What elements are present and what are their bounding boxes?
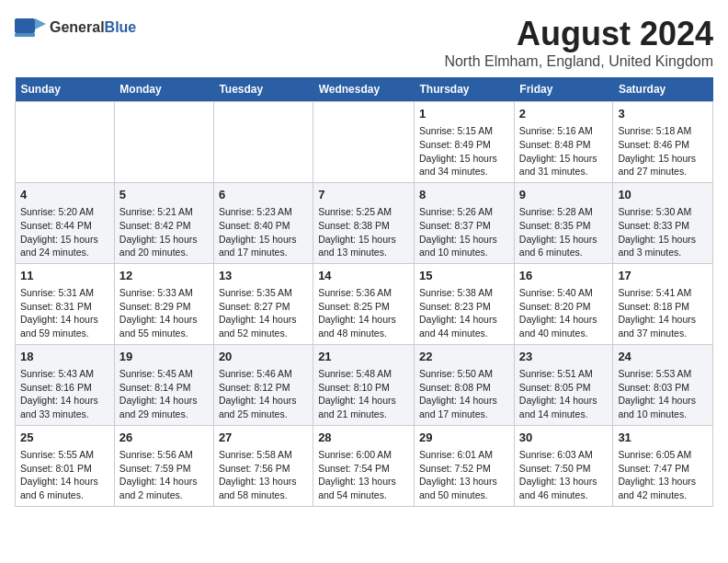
calendar-cell: 22Sunrise: 5:50 AM Sunset: 8:08 PM Dayli…	[415, 344, 515, 425]
logo: GeneralBlue	[15, 15, 136, 40]
day-info: Sunrise: 5:50 AM Sunset: 8:08 PM Dayligh…	[419, 367, 509, 421]
header: GeneralBlue August 2024 North Elmham, En…	[15, 15, 713, 70]
logo-blue-text: Blue	[105, 19, 137, 35]
svg-rect-2	[15, 33, 35, 37]
calendar-cell: 28Sunrise: 6:00 AM Sunset: 7:54 PM Dayli…	[313, 425, 415, 506]
weekday-header-thursday: Thursday	[415, 77, 515, 102]
day-number: 28	[318, 430, 409, 446]
weekday-header-sunday: Sunday	[16, 77, 115, 102]
day-info: Sunrise: 5:36 AM Sunset: 8:25 PM Dayligh…	[318, 286, 409, 340]
calendar-cell: 1Sunrise: 5:15 AM Sunset: 8:49 PM Daylig…	[415, 102, 515, 183]
calendar-cell: 11Sunrise: 5:31 AM Sunset: 8:31 PM Dayli…	[16, 263, 115, 344]
day-info: Sunrise: 5:43 AM Sunset: 8:16 PM Dayligh…	[20, 367, 109, 421]
day-info: Sunrise: 5:51 AM Sunset: 8:05 PM Dayligh…	[519, 367, 609, 421]
day-info: Sunrise: 5:55 AM Sunset: 8:01 PM Dayligh…	[20, 448, 109, 502]
day-info: Sunrise: 6:01 AM Sunset: 7:52 PM Dayligh…	[419, 448, 509, 502]
day-info: Sunrise: 5:15 AM Sunset: 8:49 PM Dayligh…	[419, 124, 509, 178]
calendar-cell: 16Sunrise: 5:40 AM Sunset: 8:20 PM Dayli…	[514, 263, 613, 344]
day-info: Sunrise: 5:56 AM Sunset: 7:59 PM Dayligh…	[119, 448, 209, 502]
calendar-cell: 4Sunrise: 5:20 AM Sunset: 8:44 PM Daylig…	[16, 182, 115, 263]
calendar-cell: 12Sunrise: 5:33 AM Sunset: 8:29 PM Dayli…	[114, 263, 213, 344]
calendar-cell: 10Sunrise: 5:30 AM Sunset: 8:33 PM Dayli…	[613, 182, 713, 263]
calendar-cell	[313, 102, 415, 183]
day-info: Sunrise: 5:48 AM Sunset: 8:10 PM Dayligh…	[318, 367, 409, 421]
day-number: 9	[519, 187, 609, 203]
day-info: Sunrise: 5:25 AM Sunset: 8:38 PM Dayligh…	[318, 205, 409, 259]
day-number: 11	[20, 268, 109, 284]
day-info: Sunrise: 5:53 AM Sunset: 8:03 PM Dayligh…	[618, 367, 708, 421]
day-number: 16	[519, 268, 609, 284]
weekday-header-row: SundayMondayTuesdayWednesdayThursdayFrid…	[16, 77, 713, 102]
calendar-cell: 23Sunrise: 5:51 AM Sunset: 8:05 PM Dayli…	[514, 344, 613, 425]
calendar-cell	[114, 102, 213, 183]
calendar-week-row: 18Sunrise: 5:43 AM Sunset: 8:16 PM Dayli…	[16, 344, 713, 425]
calendar-cell: 25Sunrise: 5:55 AM Sunset: 8:01 PM Dayli…	[16, 425, 115, 506]
calendar-cell: 20Sunrise: 5:46 AM Sunset: 8:12 PM Dayli…	[213, 344, 313, 425]
svg-rect-0	[15, 18, 35, 33]
day-info: Sunrise: 5:33 AM Sunset: 8:29 PM Dayligh…	[119, 286, 209, 340]
calendar-cell	[213, 102, 313, 183]
calendar-cell: 6Sunrise: 5:23 AM Sunset: 8:40 PM Daylig…	[213, 182, 313, 263]
day-number: 24	[618, 349, 708, 365]
day-info: Sunrise: 5:41 AM Sunset: 8:18 PM Dayligh…	[618, 286, 708, 340]
day-number: 26	[119, 430, 209, 446]
day-number: 10	[618, 187, 708, 203]
day-number: 18	[20, 349, 109, 365]
calendar-cell: 7Sunrise: 5:25 AM Sunset: 8:38 PM Daylig…	[313, 182, 415, 263]
calendar-cell: 21Sunrise: 5:48 AM Sunset: 8:10 PM Dayli…	[313, 344, 415, 425]
calendar-cell: 18Sunrise: 5:43 AM Sunset: 8:16 PM Dayli…	[16, 344, 115, 425]
day-info: Sunrise: 5:18 AM Sunset: 8:46 PM Dayligh…	[618, 124, 708, 178]
day-number: 17	[618, 268, 708, 284]
calendar-week-row: 4Sunrise: 5:20 AM Sunset: 8:44 PM Daylig…	[16, 182, 713, 263]
day-number: 29	[419, 430, 509, 446]
calendar-cell: 17Sunrise: 5:41 AM Sunset: 8:18 PM Dayli…	[613, 263, 713, 344]
weekday-header-wednesday: Wednesday	[313, 77, 415, 102]
day-info: Sunrise: 5:23 AM Sunset: 8:40 PM Dayligh…	[219, 205, 308, 259]
calendar-cell: 27Sunrise: 5:58 AM Sunset: 7:56 PM Dayli…	[213, 425, 313, 506]
calendar-cell: 5Sunrise: 5:21 AM Sunset: 8:42 PM Daylig…	[114, 182, 213, 263]
day-number: 25	[20, 430, 109, 446]
day-info: Sunrise: 5:45 AM Sunset: 8:14 PM Dayligh…	[119, 367, 209, 421]
calendar-cell: 9Sunrise: 5:28 AM Sunset: 8:35 PM Daylig…	[514, 182, 613, 263]
day-number: 20	[219, 349, 308, 365]
title-block: August 2024 North Elmham, England, Unite…	[444, 15, 713, 70]
day-info: Sunrise: 6:05 AM Sunset: 7:47 PM Dayligh…	[618, 448, 708, 502]
calendar-cell: 26Sunrise: 5:56 AM Sunset: 7:59 PM Dayli…	[114, 425, 213, 506]
day-number: 15	[419, 268, 509, 284]
day-number: 30	[519, 430, 609, 446]
calendar-cell: 14Sunrise: 5:36 AM Sunset: 8:25 PM Dayli…	[313, 263, 415, 344]
calendar-week-row: 1Sunrise: 5:15 AM Sunset: 8:49 PM Daylig…	[16, 102, 713, 183]
day-info: Sunrise: 5:26 AM Sunset: 8:37 PM Dayligh…	[419, 205, 509, 259]
day-number: 13	[219, 268, 308, 284]
day-number: 2	[519, 106, 609, 122]
day-info: Sunrise: 5:21 AM Sunset: 8:42 PM Dayligh…	[119, 205, 209, 259]
weekday-header-tuesday: Tuesday	[213, 77, 313, 102]
day-info: Sunrise: 5:31 AM Sunset: 8:31 PM Dayligh…	[20, 286, 109, 340]
day-number: 22	[419, 349, 509, 365]
day-info: Sunrise: 5:28 AM Sunset: 8:35 PM Dayligh…	[519, 205, 609, 259]
calendar-cell	[16, 102, 115, 183]
weekday-header-monday: Monday	[114, 77, 213, 102]
calendar-cell: 29Sunrise: 6:01 AM Sunset: 7:52 PM Dayli…	[415, 425, 515, 506]
day-info: Sunrise: 6:00 AM Sunset: 7:54 PM Dayligh…	[318, 448, 409, 502]
day-number: 12	[119, 268, 209, 284]
calendar-cell: 30Sunrise: 6:03 AM Sunset: 7:50 PM Dayli…	[514, 425, 613, 506]
day-number: 14	[318, 268, 409, 284]
day-number: 3	[618, 106, 708, 122]
calendar-cell: 24Sunrise: 5:53 AM Sunset: 8:03 PM Dayli…	[613, 344, 713, 425]
day-number: 7	[318, 187, 409, 203]
day-info: Sunrise: 6:03 AM Sunset: 7:50 PM Dayligh…	[519, 448, 609, 502]
calendar-week-row: 11Sunrise: 5:31 AM Sunset: 8:31 PM Dayli…	[16, 263, 713, 344]
day-info: Sunrise: 5:35 AM Sunset: 8:27 PM Dayligh…	[219, 286, 308, 340]
day-number: 5	[119, 187, 209, 203]
day-number: 23	[519, 349, 609, 365]
day-number: 31	[618, 430, 708, 446]
day-info: Sunrise: 5:38 AM Sunset: 8:23 PM Dayligh…	[419, 286, 509, 340]
day-number: 6	[219, 187, 308, 203]
day-info: Sunrise: 5:16 AM Sunset: 8:48 PM Dayligh…	[519, 124, 609, 178]
day-info: Sunrise: 5:58 AM Sunset: 7:56 PM Dayligh…	[219, 448, 308, 502]
day-info: Sunrise: 5:30 AM Sunset: 8:33 PM Dayligh…	[618, 205, 708, 259]
calendar-cell: 2Sunrise: 5:16 AM Sunset: 8:48 PM Daylig…	[514, 102, 613, 183]
calendar-cell: 13Sunrise: 5:35 AM Sunset: 8:27 PM Dayli…	[213, 263, 313, 344]
day-info: Sunrise: 5:40 AM Sunset: 8:20 PM Dayligh…	[519, 286, 609, 340]
